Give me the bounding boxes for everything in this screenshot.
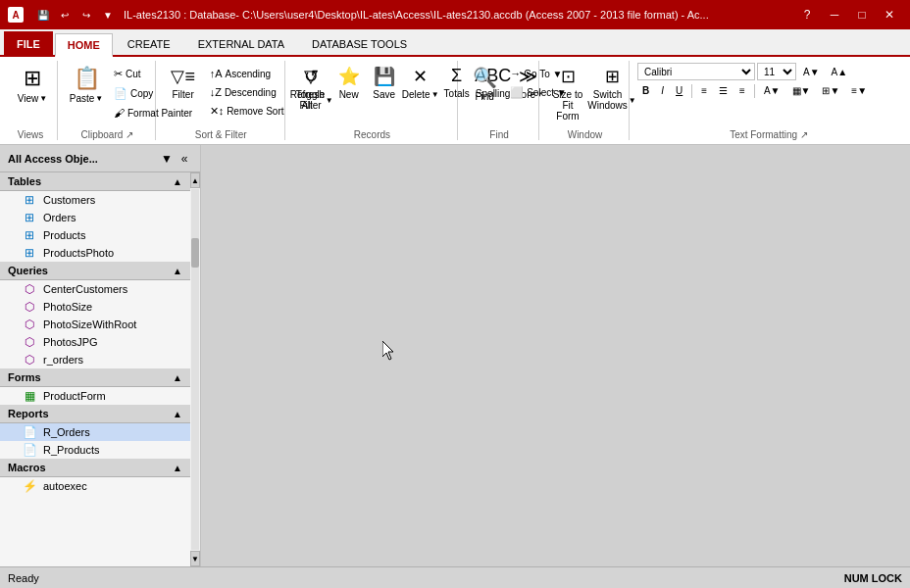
paste-button[interactable]: 📋 Paste▼ (66, 63, 107, 122)
tab-home[interactable]: HOME (55, 33, 113, 57)
maximize-button[interactable]: □ (849, 5, 875, 24)
remove-sort-button[interactable]: ✕↕ Remove Sort (205, 102, 289, 121)
tab-external-data[interactable]: EXTERNAL DATA (185, 31, 297, 55)
nav-scrollbar-track (191, 189, 199, 550)
divider2 (754, 84, 755, 98)
section-header-tables[interactable]: Tables ▲ (0, 172, 190, 191)
nav-menu-button[interactable]: ▼ (159, 151, 175, 167)
save-label: Save (373, 89, 395, 100)
ribbon-tabs: FILE HOME CREATE EXTERNAL DATA DATABASE … (0, 29, 910, 57)
tab-create[interactable]: CREATE (115, 31, 183, 55)
new-label: New (339, 89, 359, 100)
nav-scrollbar-thumb[interactable] (191, 238, 199, 268)
descending-button[interactable]: ↓Z Descending (205, 83, 289, 101)
delete-button[interactable]: ✕ Delete▼ (403, 63, 438, 122)
photo-size-with-root-label: PhotoSizeWithRoot (43, 318, 136, 330)
nav-header: All Access Obje... ▼ « (0, 145, 200, 172)
product-form-icon: ▦ (22, 390, 37, 402)
ascending-button[interactable]: ↑A Ascending (205, 65, 289, 82)
gridlines-button[interactable]: ⊞▼ (817, 83, 844, 98)
nav-scrollbar-up-button[interactable]: ▲ (190, 172, 200, 188)
svg-marker-0 (382, 341, 393, 360)
save-qa-button[interactable]: 💾 (33, 5, 53, 24)
select-icon: ⬜ (510, 86, 524, 99)
nav-scrollbar-down-button[interactable]: ▼ (190, 551, 200, 566)
find-icon: 🔍 (473, 66, 497, 89)
italic-button[interactable]: I (656, 83, 669, 98)
nav-item-products[interactable]: ⊞ Products (0, 226, 190, 244)
view-label: View▼ (18, 93, 47, 104)
section-header-reports[interactable]: Reports ▲ (0, 405, 190, 423)
font-size-select[interactable]: 11 (757, 63, 796, 80)
divider (691, 84, 692, 98)
autoexec-macro-icon: ⚡ (22, 480, 37, 492)
decrease-font-button[interactable]: A▼ (798, 65, 825, 79)
size-to-fit-button[interactable]: ⊡ Size toFit Form (547, 63, 588, 122)
help-button[interactable]: ? (794, 5, 820, 24)
nav-item-photo-size[interactable]: ⬡ PhotoSize (0, 298, 190, 316)
tab-file[interactable]: FILE (4, 31, 53, 55)
tables-toggle-icon: ▲ (173, 176, 182, 187)
format-painter-icon: 🖌 (114, 107, 125, 119)
alt-row-color-button[interactable]: ≡▼ (846, 83, 872, 98)
nav-collapse-button[interactable]: « (177, 151, 192, 167)
content-area (201, 145, 910, 566)
close-button[interactable]: ✕ (877, 5, 902, 24)
tab-database-tools[interactable]: DATABASE TOOLS (299, 31, 420, 55)
ribbon-group-clipboard: 📋 Paste▼ ✂ Cut 📄 Copy 🖌 Format Painter C… (60, 61, 156, 140)
qa-dropdown-button[interactable]: ▼ (98, 5, 118, 24)
view-button[interactable]: ⊞ View▼ (10, 63, 55, 122)
photo-size-query-icon: ⬡ (22, 301, 37, 313)
queries-toggle-icon: ▲ (173, 266, 182, 276)
nav-header-title: All Access Obje... (8, 153, 98, 165)
ribbon-group-sort-filter: ▽≡ Filter ↑A Ascending ↓Z Descending ✕↕ … (158, 61, 285, 140)
increase-font-button[interactable]: A▲ (827, 65, 853, 79)
underline-button[interactable]: U (671, 83, 687, 98)
filter-label: Filter (173, 89, 194, 100)
nav-item-orders[interactable]: ⊞ Orders (0, 209, 190, 226)
save-button[interactable]: 💾 Save (368, 63, 401, 122)
align-center-button[interactable]: ☰ (714, 83, 733, 98)
nav-item-products-photo[interactable]: ⊞ ProductsPhoto (0, 244, 190, 262)
font-name-select[interactable]: Calibri (637, 63, 755, 80)
switch-windows-button[interactable]: ⊞ SwitchWindows▼ (590, 63, 633, 122)
refresh-all-button[interactable]: ↺ RefreshAll▼ (293, 63, 330, 122)
section-header-queries[interactable]: Queries ▲ (0, 262, 190, 280)
refresh-label: RefreshAll▼ (290, 89, 333, 111)
photos-jpg-label: PhotosJPG (43, 336, 98, 348)
section-header-forms[interactable]: Forms ▲ (0, 368, 190, 387)
section-header-macros[interactable]: Macros ▲ (0, 459, 190, 477)
font-row: Calibri 11 A▼ A▲ (637, 63, 852, 80)
nav-item-customers[interactable]: ⊞ Customers (0, 191, 190, 209)
autoexec-label: autoexec (43, 480, 87, 492)
goto-icon: → (510, 68, 521, 79)
bold-button[interactable]: B (637, 83, 654, 98)
font-color-button[interactable]: A▼ (759, 83, 785, 98)
nav-item-r-orders[interactable]: 📄 R_Orders (0, 423, 190, 441)
filter-button[interactable]: ▽≡ Filter (164, 63, 203, 122)
nav-item-r-products[interactable]: 📄 R_Products (0, 441, 190, 459)
undo-button[interactable]: ↩ (55, 5, 75, 24)
nav-item-product-form[interactable]: ▦ ProductForm (0, 387, 190, 405)
redo-button[interactable]: ↪ (76, 5, 96, 24)
align-left-button[interactable]: ≡ (696, 83, 712, 98)
refresh-icon: ↺ (304, 66, 319, 87)
views-label: Views (10, 126, 51, 140)
ribbon-body: ⊞ View▼ Views 📋 Paste▼ ✂ Cut 📄 Copy 🖌 (0, 57, 910, 145)
tables-section-title: Tables (8, 175, 41, 187)
nav-item-photos-jpg[interactable]: ⬡ PhotosJPG (0, 333, 190, 351)
title-bar-left: A 💾 ↩ ↪ ▼ IL-ates2130 : Database- C:\Use… (8, 5, 709, 24)
minimize-button[interactable]: ─ (822, 5, 847, 24)
nav-item-autoexec[interactable]: ⚡ autoexec (0, 477, 190, 495)
center-customers-query-icon: ⬡ (22, 283, 37, 295)
paste-label: Paste▼ (70, 93, 104, 104)
highlight-button[interactable]: ▦▼ (787, 83, 816, 98)
new-button[interactable]: ⭐ New (332, 63, 366, 122)
quick-access-toolbar: 💾 ↩ ↪ ▼ (33, 5, 118, 24)
nav-item-center-customers[interactable]: ⬡ CenterCustomers (0, 280, 190, 298)
forms-toggle-icon: ▲ (173, 372, 182, 383)
nav-item-photo-size-with-root[interactable]: ⬡ PhotoSizeWithRoot (0, 316, 190, 333)
find-button[interactable]: 🔍 Find (466, 63, 503, 122)
align-right-button[interactable]: ≡ (734, 83, 750, 98)
nav-item-r-orders-query[interactable]: ⬡ r_orders (0, 351, 190, 368)
